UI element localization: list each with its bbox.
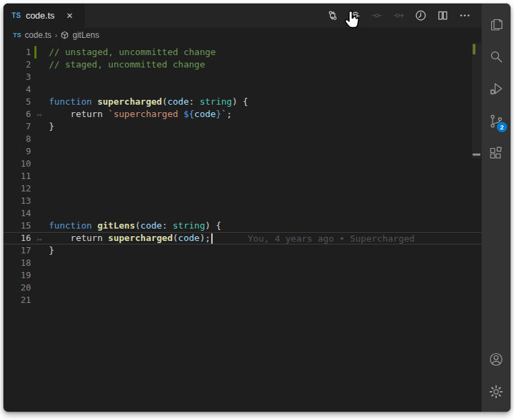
line-number: 5 xyxy=(3,96,31,108)
breadcrumb-symbol[interactable]: gitLens xyxy=(72,30,99,40)
code-line[interactable]: 9 xyxy=(3,145,482,158)
gutter-zone xyxy=(31,120,49,133)
gear-icon xyxy=(488,384,504,400)
gutter-zone xyxy=(31,170,49,182)
line-number: 1 xyxy=(3,46,31,59)
code-text: } xyxy=(49,244,54,257)
code-text: return `supercharged ${code}`; xyxy=(49,108,232,120)
code-text: } xyxy=(49,120,54,133)
typescript-file-icon: TS xyxy=(13,32,21,39)
line-number: 8 xyxy=(3,133,31,145)
line-number: 4 xyxy=(3,83,31,96)
code-line[interactable]: 6↦ return `supercharged ${code}`; xyxy=(3,108,482,120)
code-line[interactable]: 12 xyxy=(3,182,482,195)
line-number: 7 xyxy=(3,120,31,133)
vscode-window: TS code.ts ✕ TS code.ts › gitLens 1// un… xyxy=(3,3,511,412)
code-line[interactable]: 20 xyxy=(3,282,482,294)
tab-bar: TS code.ts ✕ xyxy=(3,3,482,28)
code-editor[interactable]: 1// unstaged, uncommitted change2// stag… xyxy=(3,43,482,412)
gutter-zone xyxy=(31,46,49,59)
code-line[interactable]: 17} xyxy=(3,244,482,257)
code-line[interactable]: 13 xyxy=(3,195,482,207)
gutter-change-arrow-icon: ↦ xyxy=(37,233,42,245)
commit-dot-icon xyxy=(371,10,383,21)
gutter-zone xyxy=(31,269,49,282)
code-line[interactable]: 3 xyxy=(3,71,482,83)
file-history-button[interactable] xyxy=(411,7,429,25)
line-number: 15 xyxy=(3,220,31,232)
code-line[interactable]: 11 xyxy=(3,170,482,182)
gutter-zone xyxy=(31,282,49,294)
gutter-zone xyxy=(31,294,49,306)
line-number: 10 xyxy=(3,158,31,170)
code-text: return supercharged(code); xyxy=(49,232,213,244)
history-clock-icon xyxy=(415,10,427,21)
code-line[interactable]: 8 xyxy=(3,133,482,145)
code-line[interactable]: 16↦ return supercharged(code);You, 4 yea… xyxy=(3,232,482,244)
activity-bar-explorer[interactable] xyxy=(482,8,511,40)
gutter-zone xyxy=(31,182,49,195)
activity-bar: 2 xyxy=(482,3,511,412)
ellipsis-icon xyxy=(459,10,471,21)
activity-bar-search[interactable] xyxy=(482,40,511,72)
next-change-button[interactable] xyxy=(389,7,407,25)
code-line[interactable]: 14 xyxy=(3,207,482,220)
gutter-zone xyxy=(31,96,49,108)
line-number: 19 xyxy=(3,269,31,282)
activity-bar-run-and-debug[interactable] xyxy=(482,72,511,105)
gutter-zone xyxy=(31,71,49,83)
activity-bar-source-control[interactable]: 2 xyxy=(482,105,511,137)
code-line[interactable]: 5function supercharged(code: string) { xyxy=(3,96,482,108)
gutter-zone xyxy=(31,244,49,257)
prev-change-icon xyxy=(349,10,361,21)
gutter-zone xyxy=(31,195,49,207)
code-line[interactable]: 7} xyxy=(3,120,482,133)
tab-code-ts[interactable]: TS code.ts ✕ xyxy=(3,3,85,28)
gutter-zone xyxy=(31,207,49,220)
code-line[interactable]: 2// staged, uncommitted change xyxy=(3,59,482,71)
next-change-icon xyxy=(393,10,405,21)
files-icon xyxy=(488,16,504,32)
search-icon xyxy=(488,48,504,65)
split-editor-icon xyxy=(437,10,449,21)
editor-group: TS code.ts ✕ TS code.ts › gitLens 1// un… xyxy=(3,3,482,412)
line-number: 11 xyxy=(3,170,31,182)
scrollbar-slider[interactable] xyxy=(472,43,482,158)
line-number: 3 xyxy=(3,71,31,83)
line-number: 20 xyxy=(3,282,31,294)
breadcrumb[interactable]: TS code.ts › gitLens xyxy=(3,28,482,43)
gutter-change-arrow-icon: ↦ xyxy=(37,108,42,120)
code-line[interactable]: 19 xyxy=(3,269,482,282)
gitlens-compare-button[interactable] xyxy=(323,7,341,25)
current-change-button[interactable] xyxy=(367,7,385,25)
gutter-zone: ↦ xyxy=(31,108,49,120)
code-line[interactable]: 18 xyxy=(3,257,482,269)
overview-ruler[interactable] xyxy=(472,43,482,412)
code-line[interactable]: 15function gitLens(code: string) { xyxy=(3,220,482,232)
activity-bar-accounts[interactable] xyxy=(482,343,511,375)
code-text: function supercharged(code: string) { xyxy=(49,96,248,108)
line-number: 13 xyxy=(3,195,31,207)
breadcrumb-file[interactable]: code.ts xyxy=(25,30,52,40)
activity-bar-settings[interactable] xyxy=(482,375,511,408)
gutter-zone xyxy=(31,83,49,96)
line-number: 2 xyxy=(3,59,31,71)
code-line[interactable]: 21 xyxy=(3,294,482,306)
line-number: 17 xyxy=(3,244,31,257)
close-tab-icon[interactable]: ✕ xyxy=(66,11,73,21)
gitlens-compare-icon xyxy=(327,10,339,21)
code-line[interactable]: 4 xyxy=(3,83,482,96)
split-editor-button[interactable] xyxy=(433,7,451,25)
more-actions-button[interactable] xyxy=(456,7,473,25)
debug-icon xyxy=(488,81,504,97)
chevron-right-icon: › xyxy=(55,31,58,39)
editor-actions-toolbar xyxy=(323,3,482,28)
code-text: function gitLens(code: string) { xyxy=(49,220,222,232)
code-text: // staged, uncommitted change xyxy=(49,59,205,71)
activity-bar-extensions[interactable] xyxy=(482,137,511,169)
gutter-zone xyxy=(31,59,49,71)
code-line[interactable]: 1// unstaged, uncommitted change xyxy=(3,46,482,59)
previous-change-button[interactable] xyxy=(345,7,363,25)
gutter-added-marker xyxy=(34,46,36,59)
code-line[interactable]: 10 xyxy=(3,158,482,170)
